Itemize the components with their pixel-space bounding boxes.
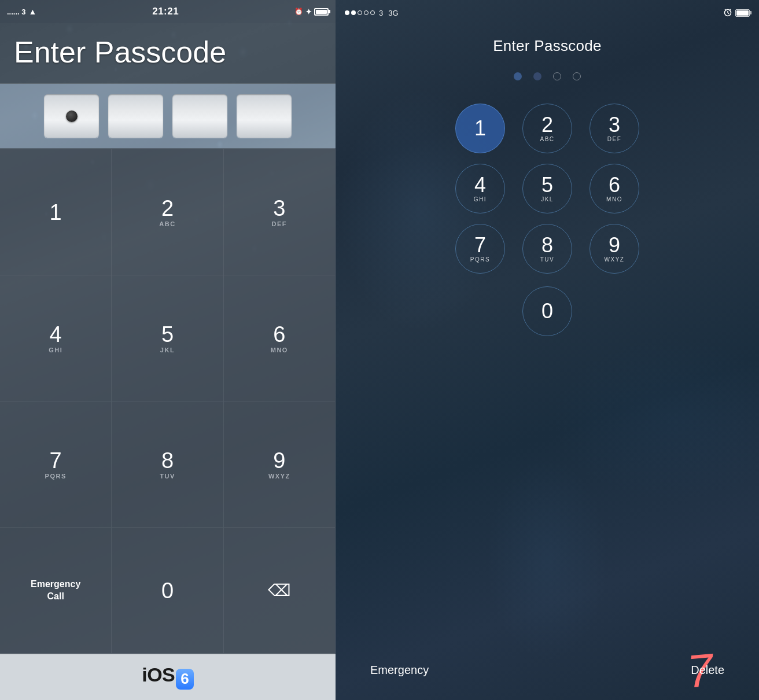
ios6-dot-4 xyxy=(237,94,292,138)
ios6-key-5[interactable]: 5 JKL xyxy=(112,275,223,401)
ios7-status-right xyxy=(723,8,750,19)
ios6-dot-2 xyxy=(108,94,163,138)
battery-icon xyxy=(314,8,329,16)
ios6-logo-text: iOS xyxy=(142,664,175,686)
ios7-key-6[interactable]: 6 MNO xyxy=(589,164,639,213)
ios7-status-bar: 3 3G xyxy=(336,0,759,25)
ios7-key-7[interactable]: 7 PQRS xyxy=(455,224,505,274)
ios6-key-delete[interactable]: ⌫ xyxy=(224,528,336,654)
ios6-key-8[interactable]: 8 TUV xyxy=(112,401,223,528)
svg-line-3 xyxy=(725,9,727,10)
ios7-key-2[interactable]: 2 ABC xyxy=(522,104,572,153)
ios7-key-8[interactable]: 8 TUV xyxy=(522,224,572,274)
wifi-icon: ▲ xyxy=(29,7,37,16)
ios6-key-7-num: 7 xyxy=(50,450,62,471)
ios7-row-1: 1 2 ABC 3 DEF xyxy=(455,104,639,153)
ios7-key-3[interactable]: 3 DEF xyxy=(589,104,639,153)
ios7-content: Enter Passcode 1 2 ABC 3 DEF xyxy=(336,25,759,646)
ios6-key-3[interactable]: 3 DEF xyxy=(224,149,336,275)
svg-line-4 xyxy=(729,9,731,10)
ios7-panel: 3 3G Enter Passcode xyxy=(336,0,759,700)
ios6-key-4[interactable]: 4 GHI xyxy=(0,275,112,401)
ios7-key-2-letters: ABC xyxy=(540,136,554,142)
ios7-battery-fill xyxy=(736,10,749,16)
ios6-logo-badge: 6 xyxy=(176,669,193,690)
ios6-key-5-letters: JKL xyxy=(160,347,175,353)
ios7-key-0[interactable]: 0 xyxy=(522,286,572,336)
ios6-key-9[interactable]: 9 WXYZ xyxy=(224,401,336,528)
ios6-status-left: ...... 3 ▲ xyxy=(7,7,36,16)
ios6-key-9-num: 9 xyxy=(273,450,285,471)
ios6-key-6-letters: MNO xyxy=(271,347,288,353)
bluetooth-icon: ✦ xyxy=(305,8,312,16)
ios6-key-5-num: 5 xyxy=(161,323,174,345)
ios6-key-7[interactable]: 7 PQRS xyxy=(0,401,112,528)
ios6-key-2-letters: ABC xyxy=(159,220,175,227)
ios7-key-1-num: 1 xyxy=(474,118,486,139)
battery-fill xyxy=(316,10,327,14)
ios7-indicator-3 xyxy=(553,72,561,80)
ios6-key-3-letters: DEF xyxy=(272,220,288,227)
ios7-row-2: 4 GHI 5 JKL 6 MNO xyxy=(455,164,639,213)
ios6-key-8-num: 8 xyxy=(161,450,174,471)
ios6-key-4-num: 4 xyxy=(50,323,62,345)
ios7-key-1[interactable]: 1 xyxy=(455,104,505,153)
ios7-key-4-letters: GHI xyxy=(474,196,487,202)
ios6-key-1[interactable]: 1 xyxy=(0,149,112,275)
ios7-key-4[interactable]: 4 GHI xyxy=(455,164,505,213)
ios6-key-0[interactable]: 0 xyxy=(112,528,223,654)
ios7-title: Enter Passcode xyxy=(336,37,759,55)
ios6-title: Enter Passcode xyxy=(14,35,322,69)
ios7-delete-button[interactable]: Delete xyxy=(691,664,724,677)
ios6-title-area: Enter Passcode xyxy=(0,23,336,84)
ios7-battery-icon xyxy=(735,9,750,17)
ios6-key-6[interactable]: 6 MNO xyxy=(224,275,336,401)
ios7-key-9[interactable]: 9 WXYZ xyxy=(589,224,639,274)
ios7-row-3: 7 PQRS 8 TUV 9 WXYZ xyxy=(455,224,639,274)
ios7-key-8-num: 8 xyxy=(541,235,553,256)
ios7-key-5-num: 5 xyxy=(541,175,553,196)
ios7-alarm-icon xyxy=(723,8,732,19)
ios7-key-7-num: 7 xyxy=(474,235,486,256)
ios6-passcode-dots xyxy=(0,84,336,149)
ios7-bottom-row: Emergency Delete xyxy=(336,646,759,700)
ios6-time: 21:21 xyxy=(152,6,179,17)
ios7-row-0: 0 xyxy=(522,286,572,336)
ios6-key-0-num: 0 xyxy=(161,580,174,602)
carrier-text: ...... 3 xyxy=(7,8,26,16)
ios6-key-2[interactable]: 2 ABC xyxy=(112,149,223,275)
ios7-key-3-num: 3 xyxy=(609,115,620,135)
ios7-key-5-letters: JKL xyxy=(541,196,554,202)
ios7-indicator-dots xyxy=(336,72,759,80)
ios6-key-9-letters: WXYZ xyxy=(268,473,290,480)
ios6-key-4-letters: GHI xyxy=(49,347,62,353)
ios7-key-2-num: 2 xyxy=(541,115,553,135)
ios6-key-8-letters: TUV xyxy=(160,473,175,480)
ios6-bottom-logo: iOS6 xyxy=(0,654,336,700)
ios6-dot-1 xyxy=(44,94,99,138)
ios7-key-0-num: 0 xyxy=(541,301,553,322)
ios6-key-emergency[interactable]: EmergencyCall xyxy=(0,528,112,654)
ios7-keypad: 1 2 ABC 3 DEF 4 GHI 5 JKL xyxy=(336,104,759,646)
ios7-key-5[interactable]: 5 JKL xyxy=(522,164,572,213)
ios6-panel: ...... 3 ▲ 21:21 ⏰ ✦ Enter Passcode 1 2 xyxy=(0,0,336,700)
ios7-key-9-letters: WXYZ xyxy=(605,256,625,263)
ios6-emergency-label: EmergencyCall xyxy=(31,579,80,603)
signal-dot-4 xyxy=(364,10,369,15)
signal-dot-2 xyxy=(351,10,356,15)
carrier-number: 3 xyxy=(379,9,383,17)
signal-dot-1 xyxy=(345,10,349,15)
ios6-dot-3 xyxy=(172,94,227,138)
ios7-indicator-1 xyxy=(514,72,522,80)
ios6-keypad: 1 2 ABC 3 DEF 4 GHI 5 JKL 6 MNO 7 PQRS 8 xyxy=(0,149,336,654)
ios7-key-6-letters: MNO xyxy=(606,196,622,202)
ios6-status-right: ⏰ ✦ xyxy=(294,8,329,16)
signal-dot-5 xyxy=(370,10,375,15)
ios7-emergency-button[interactable]: Emergency xyxy=(370,664,429,677)
ios7-key-8-letters: TUV xyxy=(540,256,555,263)
ios6-key-6-num: 6 xyxy=(273,323,285,345)
ios6-key-2-num: 2 xyxy=(161,197,174,219)
ios6-status-bar: ...... 3 ▲ 21:21 ⏰ ✦ xyxy=(0,0,336,23)
network-type: 3G xyxy=(388,9,398,17)
ios6-dot-filled xyxy=(66,110,78,122)
